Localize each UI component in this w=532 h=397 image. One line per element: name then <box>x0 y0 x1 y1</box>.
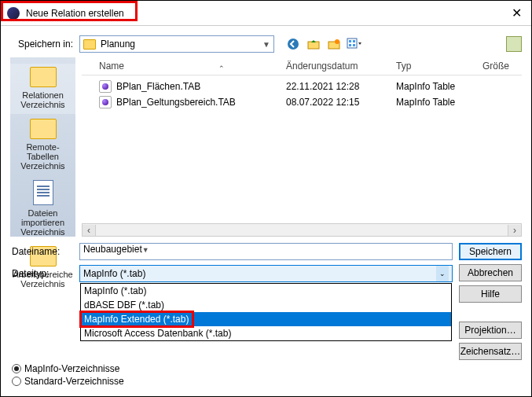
sort-asc-icon: ⌃ <box>218 64 225 72</box>
folder-icon <box>30 119 57 139</box>
form-column: Dateiname: Neubaugebiet▼ Dateityp: MapIn… <box>82 243 453 360</box>
main-area: Relationen Verzeichnis Remote-Tabellen V… <box>10 57 522 237</box>
filename-input[interactable]: Neubaugebiet▼ <box>79 243 453 260</box>
preferences-icon[interactable] <box>506 36 522 52</box>
radio-mapinfo-dirs[interactable]: MapInfo-Verzeichnisse <box>12 363 522 374</box>
col-size[interactable]: Größe <box>482 61 522 72</box>
scroll-left-icon[interactable]: ‹ <box>83 225 96 236</box>
cancel-button[interactable]: Abbrechen <box>459 264 522 281</box>
help-button[interactable]: Hilfe <box>459 285 522 303</box>
filename-label: Dateiname: <box>10 246 73 257</box>
horizontal-scrollbar[interactable]: ‹ › <box>82 223 522 237</box>
button-column: Speichern Abbrechen Hilfe Projektion… Ze… <box>459 243 522 360</box>
view-menu-icon[interactable] <box>347 36 362 52</box>
sidebar-item-relationen[interactable]: Relationen Verzeichnis <box>10 64 75 114</box>
file-list-header[interactable]: Name⌃ Änderungsdatum Typ Größe <box>82 57 522 75</box>
radio-standard-dirs[interactable]: Standard-Verzeichnisse <box>12 376 522 387</box>
filetype-dropdown: MapInfo (*.tab) dBASE DBF (*.tab) MapInf… <box>80 283 452 341</box>
sidebar-item-remote[interactable]: Remote-Tabellen Verzeichnis <box>10 116 75 175</box>
bottom-panel: Dateiname: Neubaugebiet▼ Dateityp: MapIn… <box>10 243 522 360</box>
nav-toolbar <box>285 36 362 52</box>
filetype-option[interactable]: MapInfo (*.tab) <box>81 284 451 298</box>
dialog-content: Speichern in: Planung ▼ Relationen Verze… <box>1 26 531 396</box>
save-button[interactable]: Speichern <box>459 243 522 260</box>
close-icon[interactable]: ✕ <box>508 6 525 20</box>
up-folder-icon[interactable] <box>306 36 321 52</box>
titlebar: Neue Relation erstellen ✕ <box>1 1 531 26</box>
svg-rect-4 <box>347 39 357 48</box>
svg-rect-6 <box>353 40 355 42</box>
projection-button[interactable]: Projektion… <box>459 322 522 339</box>
back-icon[interactable] <box>285 36 301 52</box>
chevron-down-icon: ⌄ <box>436 266 449 281</box>
save-in-combo[interactable]: Planung ▼ <box>79 35 274 53</box>
filetype-option[interactable]: Microsoft Access Datenbank (*.tab) <box>81 326 451 340</box>
new-folder-icon[interactable] <box>326 36 342 52</box>
folder-icon <box>83 39 96 50</box>
file-row[interactable]: BPlan_Flächen.TAB 22.11.2021 12:28 MapIn… <box>82 79 522 94</box>
svg-point-0 <box>288 39 299 50</box>
save-in-label: Speichern in: <box>10 39 73 50</box>
folder-icon <box>30 67 57 87</box>
document-icon <box>33 180 53 205</box>
svg-rect-5 <box>349 40 351 42</box>
svg-rect-8 <box>353 44 355 46</box>
save-in-row: Speichern in: Planung ▼ <box>10 35 522 53</box>
charset-button[interactable]: Zeichensatz… <box>459 343 522 360</box>
file-list-area: Name⌃ Änderungsdatum Typ Größe BPlan_Flä… <box>82 57 522 237</box>
filetype-combo[interactable]: MapInfo (*.tab) ⌄ MapInfo (*.tab) dBASE … <box>79 265 453 282</box>
file-row[interactable]: BPlan_Geltungsbereich.TAB 08.07.2022 12:… <box>82 94 522 110</box>
col-name[interactable]: Name⌃ <box>82 61 286 72</box>
tab-file-icon <box>99 80 112 93</box>
window-title: Neue Relation erstellen <box>26 8 508 19</box>
places-sidebar: Relationen Verzeichnis Remote-Tabellen V… <box>10 57 75 237</box>
tab-file-icon <box>99 96 112 108</box>
dialog-window: Neue Relation erstellen ✕ Speichern in: … <box>0 0 532 397</box>
file-list[interactable]: BPlan_Flächen.TAB 22.11.2021 12:28 MapIn… <box>82 75 522 223</box>
filetype-label: Dateityp: <box>10 268 73 279</box>
save-in-value: Planung <box>101 39 135 50</box>
col-type[interactable]: Typ <box>396 61 482 72</box>
directory-radios: MapInfo-Verzeichnisse Standard-Verzeichn… <box>12 363 522 387</box>
svg-rect-7 <box>349 44 351 46</box>
svg-point-3 <box>335 39 339 44</box>
filetype-option[interactable]: MapInfo Extended (*.tab) <box>81 312 451 326</box>
chevron-down-icon: ▼ <box>262 40 270 49</box>
filetype-option[interactable]: dBASE DBF (*.tab) <box>81 298 451 312</box>
col-date[interactable]: Änderungsdatum <box>286 61 396 72</box>
filename-row: Dateiname: Neubaugebiet▼ <box>82 243 453 260</box>
filetype-row: Dateityp: MapInfo (*.tab) ⌄ MapInfo (*.t… <box>82 265 453 282</box>
scroll-right-icon[interactable]: › <box>508 225 521 236</box>
app-icon <box>7 7 20 20</box>
sidebar-item-import[interactable]: Dateien importieren Verzeichnis <box>10 177 75 241</box>
svg-rect-1 <box>308 42 319 49</box>
